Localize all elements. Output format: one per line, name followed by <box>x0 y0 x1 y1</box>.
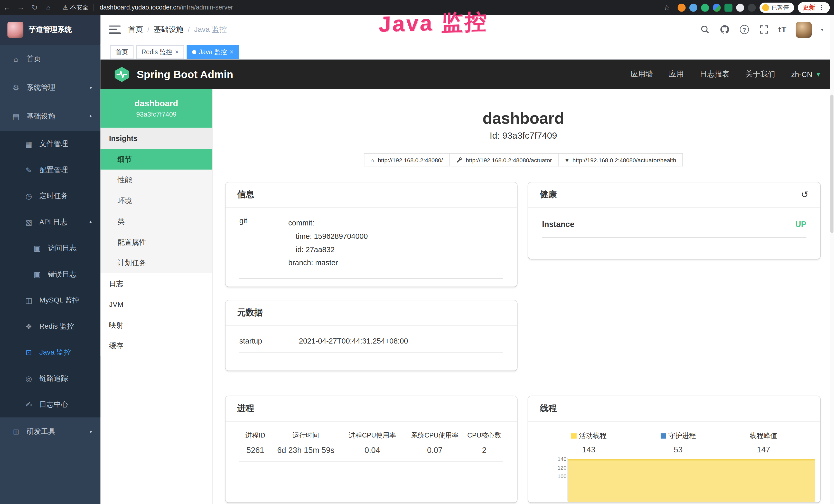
sidebar-item-infrastructure[interactable]: ▤ 基础设施 ▾ <box>0 102 101 131</box>
bookmark-star-icon[interactable]: ☆ <box>660 3 674 12</box>
extension-icon-dark[interactable] <box>748 3 756 11</box>
status-badge: UP <box>795 220 806 229</box>
sidebar-item-dev-tools[interactable]: ⊞ 研发工具 ▾ <box>0 417 101 446</box>
font-size-icon[interactable]: tT <box>778 25 787 34</box>
sba-link-about[interactable]: 关于我们 <box>745 70 775 79</box>
health-card-title: 健康 <box>540 189 557 200</box>
user-avatar[interactable] <box>796 22 812 38</box>
instance-header[interactable]: dashboard 93a3fc7f7409 <box>101 89 212 128</box>
extension-icon-blue[interactable] <box>689 3 697 11</box>
sba-brand[interactable]: Spring Boot Admin <box>113 66 233 83</box>
instance-item-logs[interactable]: 日志 <box>101 273 212 294</box>
insight-item-config-props[interactable]: 配置属性 <box>101 232 212 253</box>
scrollbar-thumb[interactable] <box>830 95 833 233</box>
smiley-icon <box>762 4 769 11</box>
address-bar[interactable]: dashboard.yudao.iocoder.cn/infra/admin-s… <box>100 4 233 11</box>
process-table-values: 5261 6d 23h 15m 59s 0.04 0.07 2 <box>239 445 503 461</box>
sidebar-item-java-monitor[interactable]: ⊡ Java 监控 <box>0 339 101 365</box>
search-icon[interactable] <box>700 24 710 35</box>
sidebar-item-access-log[interactable]: ▣ 访问日志 <box>0 235 101 261</box>
edit-icon: ✎ <box>24 166 33 174</box>
sidebar-item-mysql-monitor[interactable]: ◫ MySQL 监控 <box>0 287 101 313</box>
tab-home[interactable]: 首页 <box>110 45 134 59</box>
help-icon[interactable]: ? <box>739 24 749 35</box>
extension-icon-green[interactable] <box>701 3 709 11</box>
update-button[interactable]: 更新 ⋮ <box>797 2 830 13</box>
back-icon[interactable]: ← <box>0 3 14 12</box>
app-sidebar: 芋道管理系统 ⌂ 首页 ⚙ 系统管理 ▾ ▤ 基础设施 ▾ ▦ 文件管理 ✎ 配… <box>0 15 101 504</box>
tab-java-monitor[interactable]: Java 监控 × <box>187 45 239 59</box>
instance-health-row: Instance UP <box>542 220 806 237</box>
hamburger-icon[interactable] <box>109 25 121 33</box>
extension-icon-grid[interactable] <box>712 3 721 11</box>
chevron-down-icon: ▾ <box>90 85 92 90</box>
sidebar-item-log-center[interactable]: ✍ 日志中心 <box>0 391 101 417</box>
sidebar-item-redis-monitor[interactable]: ❖ Redis 监控 <box>0 313 101 339</box>
chevron-up-icon: ▾ <box>90 114 92 119</box>
home-icon: ⌂ <box>371 157 374 163</box>
sba-link-wallboard[interactable]: 应用墙 <box>631 70 653 79</box>
avatar-caret-icon[interactable]: ▾ <box>821 27 823 32</box>
browser-menu-icon[interactable]: ⋮ <box>818 4 825 11</box>
sidebar-item-home[interactable]: ⌂ 首页 <box>0 45 101 73</box>
sba-link-journal[interactable]: 日志报表 <box>700 70 729 79</box>
breadcrumb-infrastructure[interactable]: 基础设施 <box>154 25 183 34</box>
tags-view: 首页 Redis 监控 × Java 监控 × <box>101 45 834 60</box>
forward-icon[interactable]: → <box>14 3 28 12</box>
sidebar-item-api-log[interactable]: ▧ API 日志 ▾ <box>0 209 101 235</box>
infrastructure-icon: ▤ <box>12 112 20 121</box>
history-icon[interactable]: ↺ <box>801 189 809 200</box>
instance-item-caches[interactable]: 缓存 <box>101 336 212 357</box>
insight-item-classes[interactable]: 类 <box>101 211 212 232</box>
log-icon: ▧ <box>24 218 33 226</box>
home-icon[interactable]: ⌂ <box>42 3 56 12</box>
home-icon: ⌂ <box>12 55 20 63</box>
app-logo[interactable]: 芋道管理系统 <box>0 15 101 45</box>
instance-item-jvm[interactable]: JVM <box>101 294 212 315</box>
health-url-link[interactable]: ♥ http://192.168.0.2:48080/actuator/heal… <box>559 153 683 166</box>
instance-item-mappings[interactable]: 映射 <box>101 315 212 336</box>
instance-id-subtitle: Id: 93a3fc7f7409 <box>213 131 834 141</box>
process-card: 进程 进程ID 运行时间 进程CPU使用率 系统CPU使用率 CPU核心数 52… <box>225 396 517 502</box>
reload-icon[interactable]: ↻ <box>28 3 42 12</box>
tab-redis-monitor[interactable]: Redis 监控 × <box>136 45 184 59</box>
mysql-icon: ◫ <box>24 296 33 304</box>
page-scrollbar[interactable] <box>830 15 834 504</box>
insight-item-environment[interactable]: 环境 <box>101 190 212 211</box>
log-center-icon: ✍ <box>24 400 33 409</box>
sidebar-item-error-log[interactable]: ▣ 错误日志 <box>0 261 101 287</box>
active-dot <box>192 50 197 54</box>
redis-icon: ❖ <box>24 322 33 330</box>
sidebar-item-config-mgmt[interactable]: ✎ 配置管理 <box>0 157 101 183</box>
sidebar-item-trace[interactable]: ◎ 链路追踪 <box>0 365 101 391</box>
sidebar-item-system[interactable]: ⚙ 系统管理 ▾ <box>0 73 101 102</box>
actuator-url-link[interactable]: http://192.168.0.2:48080/actuator <box>450 153 559 166</box>
threads-chart: 140 120 100 <box>549 458 815 490</box>
sidebar-item-scheduled-tasks[interactable]: ◷ 定时任务 <box>0 183 101 209</box>
extension-icon-orange[interactable] <box>677 3 685 11</box>
github-icon[interactable] <box>719 24 730 35</box>
breadcrumb-home[interactable]: 首页 <box>128 25 143 34</box>
threads-legend: 活动线程 143 守护进程 53 <box>528 421 820 454</box>
locale-select[interactable]: zh-CN ▼ <box>791 70 821 78</box>
metadata-card-title: 元数据 <box>237 307 263 318</box>
close-icon[interactable]: × <box>175 48 179 56</box>
sba-link-applications[interactable]: 应用 <box>669 70 684 79</box>
top-navbar: 首页 / 基础设施 / Java 监控 ? tT ▾ <box>101 15 834 45</box>
security-warning[interactable]: ⚠ 不安全 <box>63 3 88 11</box>
extension-icon-light[interactable] <box>736 3 744 11</box>
legend-color-icon <box>660 433 666 439</box>
legend-live-threads: 活动线程 143 <box>571 431 607 454</box>
service-url-link[interactable]: ⌂ http://192.168.0.2:48080/ <box>364 153 450 166</box>
insight-item-scheduled[interactable]: 计划任务 <box>101 253 212 273</box>
sidebar-item-file-mgmt[interactable]: ▦ 文件管理 <box>0 131 101 157</box>
instance-sidebar: dashboard 93a3fc7f7409 Insights 细节 性能 环境… <box>101 89 213 504</box>
extension-icon-on[interactable] <box>724 3 732 11</box>
fullscreen-icon[interactable] <box>759 24 769 35</box>
close-icon[interactable]: × <box>229 48 234 56</box>
insight-item-details[interactable]: 细节 <box>101 149 212 170</box>
health-card: 健康 ↺ Instance UP <box>528 182 820 259</box>
paused-badge[interactable]: 已暂停 <box>759 2 794 12</box>
insight-item-metrics[interactable]: 性能 <box>101 170 212 190</box>
chevron-down-icon: ▼ <box>815 71 821 77</box>
